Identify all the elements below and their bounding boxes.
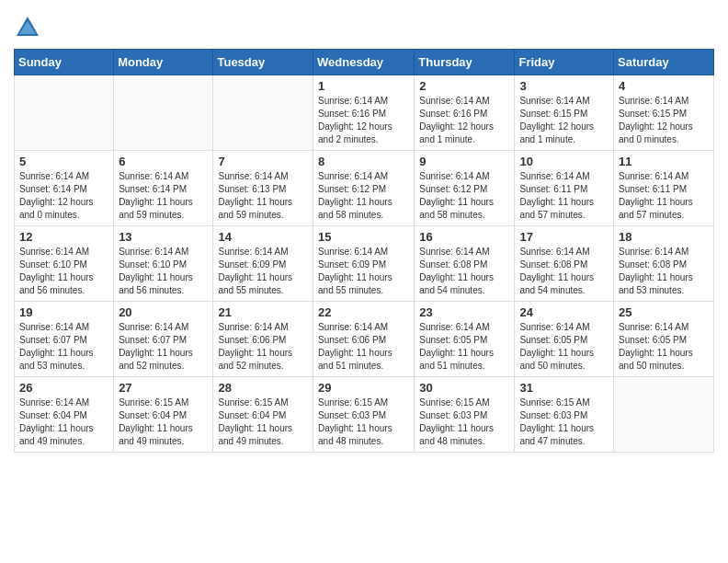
page: SundayMondayTuesdayWednesdayThursdayFrid… bbox=[0, 0, 728, 462]
day-number: 22 bbox=[318, 305, 409, 319]
calendar-cell: 7Sunrise: 6:14 AM Sunset: 6:13 PM Daylig… bbox=[213, 151, 313, 226]
calendar-cell: 21Sunrise: 6:14 AM Sunset: 6:06 PM Dayli… bbox=[213, 302, 313, 377]
day-number: 1 bbox=[318, 79, 409, 93]
calendar-cell: 24Sunrise: 6:14 AM Sunset: 6:05 PM Dayli… bbox=[515, 302, 614, 377]
day-info: Sunrise: 6:14 AM Sunset: 6:12 PM Dayligh… bbox=[419, 170, 509, 222]
day-number: 2 bbox=[419, 79, 509, 93]
day-info: Sunrise: 6:15 AM Sunset: 6:04 PM Dayligh… bbox=[119, 396, 208, 448]
day-number: 19 bbox=[19, 305, 108, 319]
day-number: 3 bbox=[519, 79, 609, 93]
week-row-1: 1Sunrise: 6:14 AM Sunset: 6:16 PM Daylig… bbox=[15, 75, 714, 151]
weekday-header-wednesday: Wednesday bbox=[313, 50, 415, 75]
day-info: Sunrise: 6:14 AM Sunset: 6:05 PM Dayligh… bbox=[519, 321, 609, 373]
day-info: Sunrise: 6:14 AM Sunset: 6:16 PM Dayligh… bbox=[419, 95, 509, 146]
day-info: Sunrise: 6:14 AM Sunset: 6:07 PM Dayligh… bbox=[119, 321, 208, 373]
day-info: Sunrise: 6:14 AM Sunset: 6:06 PM Dayligh… bbox=[318, 321, 409, 373]
calendar-cell: 16Sunrise: 6:14 AM Sunset: 6:08 PM Dayli… bbox=[415, 226, 515, 302]
calendar-cell: 28Sunrise: 6:15 AM Sunset: 6:04 PM Dayli… bbox=[213, 377, 313, 453]
day-info: Sunrise: 6:14 AM Sunset: 6:15 PM Dayligh… bbox=[619, 95, 709, 146]
day-info: Sunrise: 6:14 AM Sunset: 6:13 PM Dayligh… bbox=[218, 170, 308, 222]
day-info: Sunrise: 6:14 AM Sunset: 6:11 PM Dayligh… bbox=[619, 170, 709, 222]
calendar-cell bbox=[15, 75, 114, 151]
day-number: 28 bbox=[218, 381, 308, 395]
day-number: 13 bbox=[119, 230, 208, 244]
week-row-2: 5Sunrise: 6:14 AM Sunset: 6:14 PM Daylig… bbox=[15, 151, 714, 226]
calendar-cell: 26Sunrise: 6:14 AM Sunset: 6:04 PM Dayli… bbox=[15, 377, 114, 453]
day-info: Sunrise: 6:15 AM Sunset: 6:04 PM Dayligh… bbox=[218, 396, 308, 448]
calendar-cell: 23Sunrise: 6:14 AM Sunset: 6:05 PM Dayli… bbox=[415, 302, 515, 377]
calendar-cell: 10Sunrise: 6:14 AM Sunset: 6:11 PM Dayli… bbox=[515, 151, 614, 226]
day-info: Sunrise: 6:14 AM Sunset: 6:05 PM Dayligh… bbox=[619, 321, 709, 373]
calendar-cell: 27Sunrise: 6:15 AM Sunset: 6:04 PM Dayli… bbox=[114, 377, 213, 453]
calendar-cell: 15Sunrise: 6:14 AM Sunset: 6:09 PM Dayli… bbox=[313, 226, 415, 302]
calendar-cell bbox=[114, 75, 213, 151]
calendar-cell: 30Sunrise: 6:15 AM Sunset: 6:03 PM Dayli… bbox=[415, 377, 515, 453]
day-info: Sunrise: 6:14 AM Sunset: 6:11 PM Dayligh… bbox=[519, 170, 609, 222]
day-number: 18 bbox=[619, 230, 709, 244]
day-info: Sunrise: 6:14 AM Sunset: 6:10 PM Dayligh… bbox=[119, 246, 208, 297]
day-info: Sunrise: 6:14 AM Sunset: 6:14 PM Dayligh… bbox=[19, 170, 108, 222]
day-number: 29 bbox=[318, 381, 409, 395]
day-number: 10 bbox=[519, 155, 609, 168]
calendar-cell: 20Sunrise: 6:14 AM Sunset: 6:07 PM Dayli… bbox=[114, 302, 213, 377]
day-info: Sunrise: 6:14 AM Sunset: 6:09 PM Dayligh… bbox=[318, 246, 409, 297]
day-info: Sunrise: 6:14 AM Sunset: 6:15 PM Dayligh… bbox=[519, 95, 609, 146]
weekday-header-thursday: Thursday bbox=[415, 50, 515, 75]
calendar-cell: 19Sunrise: 6:14 AM Sunset: 6:07 PM Dayli… bbox=[15, 302, 114, 377]
day-info: Sunrise: 6:14 AM Sunset: 6:12 PM Dayligh… bbox=[318, 170, 409, 222]
calendar-cell: 3Sunrise: 6:14 AM Sunset: 6:15 PM Daylig… bbox=[515, 75, 614, 151]
calendar-cell: 9Sunrise: 6:14 AM Sunset: 6:12 PM Daylig… bbox=[415, 151, 515, 226]
calendar-cell: 2Sunrise: 6:14 AM Sunset: 6:16 PM Daylig… bbox=[415, 75, 515, 151]
week-row-3: 12Sunrise: 6:14 AM Sunset: 6:10 PM Dayli… bbox=[15, 226, 714, 302]
day-number: 14 bbox=[218, 230, 308, 244]
day-number: 26 bbox=[19, 381, 108, 395]
calendar: SundayMondayTuesdayWednesdayThursdayFrid… bbox=[14, 49, 714, 453]
calendar-cell: 1Sunrise: 6:14 AM Sunset: 6:16 PM Daylig… bbox=[313, 75, 415, 151]
day-number: 12 bbox=[19, 230, 108, 244]
day-number: 5 bbox=[19, 155, 108, 168]
week-row-4: 19Sunrise: 6:14 AM Sunset: 6:07 PM Dayli… bbox=[15, 302, 714, 377]
calendar-cell: 13Sunrise: 6:14 AM Sunset: 6:10 PM Dayli… bbox=[114, 226, 213, 302]
day-info: Sunrise: 6:15 AM Sunset: 6:03 PM Dayligh… bbox=[419, 396, 509, 448]
day-number: 24 bbox=[519, 305, 609, 319]
calendar-cell: 17Sunrise: 6:14 AM Sunset: 6:08 PM Dayli… bbox=[515, 226, 614, 302]
week-row-5: 26Sunrise: 6:14 AM Sunset: 6:04 PM Dayli… bbox=[15, 377, 714, 453]
weekday-header-tuesday: Tuesday bbox=[213, 50, 313, 75]
day-number: 7 bbox=[218, 155, 308, 168]
calendar-cell: 11Sunrise: 6:14 AM Sunset: 6:11 PM Dayli… bbox=[614, 151, 714, 226]
day-number: 21 bbox=[218, 305, 308, 319]
calendar-cell: 25Sunrise: 6:14 AM Sunset: 6:05 PM Dayli… bbox=[614, 302, 714, 377]
day-info: Sunrise: 6:15 AM Sunset: 6:03 PM Dayligh… bbox=[318, 396, 409, 448]
calendar-cell bbox=[213, 75, 313, 151]
header bbox=[14, 9, 714, 41]
day-info: Sunrise: 6:15 AM Sunset: 6:03 PM Dayligh… bbox=[519, 396, 609, 448]
weekday-header-sunday: Sunday bbox=[15, 50, 114, 75]
day-number: 27 bbox=[119, 381, 208, 395]
day-number: 9 bbox=[419, 155, 509, 168]
calendar-cell: 31Sunrise: 6:15 AM Sunset: 6:03 PM Dayli… bbox=[515, 377, 614, 453]
day-info: Sunrise: 6:14 AM Sunset: 6:10 PM Dayligh… bbox=[19, 246, 108, 297]
day-info: Sunrise: 6:14 AM Sunset: 6:04 PM Dayligh… bbox=[19, 396, 108, 448]
day-number: 31 bbox=[519, 381, 609, 395]
day-number: 6 bbox=[119, 155, 208, 168]
day-info: Sunrise: 6:14 AM Sunset: 6:16 PM Dayligh… bbox=[318, 95, 409, 146]
day-info: Sunrise: 6:14 AM Sunset: 6:07 PM Dayligh… bbox=[19, 321, 108, 373]
calendar-cell: 6Sunrise: 6:14 AM Sunset: 6:14 PM Daylig… bbox=[114, 151, 213, 226]
calendar-cell bbox=[614, 377, 714, 453]
day-info: Sunrise: 6:14 AM Sunset: 6:08 PM Dayligh… bbox=[619, 246, 709, 297]
calendar-cell: 4Sunrise: 6:14 AM Sunset: 6:15 PM Daylig… bbox=[614, 75, 714, 151]
calendar-cell: 5Sunrise: 6:14 AM Sunset: 6:14 PM Daylig… bbox=[15, 151, 114, 226]
day-number: 16 bbox=[419, 230, 509, 244]
weekday-header-friday: Friday bbox=[515, 50, 614, 75]
day-number: 11 bbox=[619, 155, 709, 168]
day-number: 30 bbox=[419, 381, 509, 395]
day-number: 8 bbox=[318, 155, 409, 168]
weekday-header-row: SundayMondayTuesdayWednesdayThursdayFrid… bbox=[15, 50, 714, 75]
calendar-cell: 8Sunrise: 6:14 AM Sunset: 6:12 PM Daylig… bbox=[313, 151, 415, 226]
calendar-cell: 18Sunrise: 6:14 AM Sunset: 6:08 PM Dayli… bbox=[614, 226, 714, 302]
day-info: Sunrise: 6:14 AM Sunset: 6:06 PM Dayligh… bbox=[218, 321, 308, 373]
logo-icon bbox=[14, 14, 41, 41]
day-number: 17 bbox=[519, 230, 609, 244]
day-number: 4 bbox=[619, 79, 709, 93]
logo bbox=[14, 14, 45, 41]
